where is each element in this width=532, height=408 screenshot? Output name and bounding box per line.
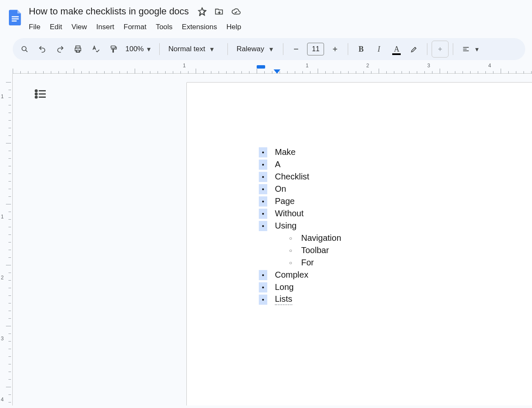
align-dropdown-icon[interactable]: [457, 41, 474, 58]
bullet-selected-icon: [259, 172, 267, 182]
bold-button[interactable]: B: [352, 41, 369, 58]
zoom-dropdown[interactable]: 100% ▾: [123, 45, 155, 54]
list-item[interactable]: Make: [259, 146, 532, 158]
vruler-label: 1: [1, 94, 4, 99]
ruler-label: 3: [427, 63, 430, 69]
list-item-text: Checklist: [275, 172, 309, 182]
chevron-down-icon[interactable]: ▾: [475, 45, 479, 53]
bullet-selected-icon: [259, 270, 267, 280]
list-item-text: Page: [275, 196, 295, 206]
menu-edit[interactable]: Edit: [45, 20, 66, 34]
list-item-text: On: [275, 184, 286, 194]
list-item[interactable]: Without: [259, 207, 532, 220]
menu-tools[interactable]: Tools: [152, 20, 177, 34]
paragraph-style-value: Normal text: [168, 45, 205, 53]
add-comment-icon[interactable]: [432, 41, 449, 58]
hollow-bullet-icon: ○: [288, 260, 294, 266]
highlight-color-icon[interactable]: [406, 41, 423, 58]
print-icon[interactable]: [69, 41, 86, 58]
list-subitem[interactable]: ○Navigation: [288, 232, 532, 244]
italic-button[interactable]: I: [370, 41, 387, 58]
doc-title[interactable]: How to make checklists in google docs: [27, 5, 191, 18]
docs-logo[interactable]: [7, 6, 24, 28]
horizontal-ruler[interactable]: 11234: [13, 63, 532, 74]
svg-rect-1: [12, 18, 19, 19]
svg-rect-2: [12, 20, 17, 22]
list-item[interactable]: On: [259, 183, 532, 195]
text-color-button[interactable]: A: [388, 41, 405, 58]
spellcheck-icon[interactable]: [87, 41, 104, 58]
ruler-label: 4: [488, 63, 491, 69]
bullet-selected-icon: [259, 160, 267, 170]
svg-rect-6: [77, 50, 80, 52]
menu-view[interactable]: View: [67, 20, 91, 34]
toolbar: 100% ▾ Normal text ▾ Raleway ▾ B I A ▾: [13, 38, 525, 60]
vertical-ruler[interactable]: 11234: [0, 74, 13, 405]
bullet-selected-icon: [259, 147, 267, 157]
list-item[interactable]: Checklist: [259, 171, 532, 183]
font-dropdown[interactable]: Raleway ▾: [232, 45, 279, 54]
vruler-label: 3: [1, 336, 4, 342]
workspace: 11234 MakeAChecklistOnPageWithoutUsing○N…: [0, 74, 532, 405]
list-item-text: Using: [275, 221, 296, 231]
menu-help[interactable]: Help: [222, 20, 245, 34]
bullet-selected-icon: [259, 282, 267, 292]
app-header: How to make checklists in google docs Fi…: [0, 0, 532, 34]
vruler-label: 4: [1, 397, 4, 402]
hollow-bullet-icon: ○: [288, 248, 294, 254]
menubar: File Edit View Insert Format Tools Exten…: [25, 20, 529, 34]
outline-toggle-icon[interactable]: [33, 86, 48, 102]
first-line-indent-marker[interactable]: [257, 65, 265, 69]
list-item[interactable]: A: [259, 158, 532, 171]
paragraph-style-dropdown[interactable]: Normal text ▾: [164, 45, 223, 54]
svg-line-4: [26, 50, 28, 52]
menu-insert[interactable]: Insert: [92, 20, 119, 34]
list-item-text: Make: [275, 147, 296, 157]
menu-extensions[interactable]: Extensions: [177, 20, 221, 34]
search-icon[interactable]: [16, 41, 33, 58]
list-subitem-text: Toolbar: [301, 245, 329, 255]
svg-point-18: [35, 96, 37, 98]
cloud-status-icon[interactable]: [230, 6, 241, 17]
ruler-label: 1: [183, 63, 186, 69]
decrease-font-size-icon[interactable]: [288, 41, 305, 58]
list-item-text: Without: [275, 209, 304, 218]
list-item[interactable]: Lists: [259, 293, 532, 306]
list-subitem-text: Navigation: [301, 233, 341, 243]
zoom-value: 100%: [125, 45, 144, 53]
list-item-text: Complex: [275, 270, 308, 280]
hollow-bullet-icon: ○: [288, 235, 294, 241]
paint-format-icon[interactable]: [105, 41, 122, 58]
ruler-label: 1: [306, 63, 309, 69]
undo-icon[interactable]: [34, 41, 51, 58]
document-body[interactable]: MakeAChecklistOnPageWithoutUsing○Navigat…: [187, 83, 532, 306]
list-subitem-text: For: [301, 258, 314, 267]
list-item[interactable]: Long: [259, 281, 532, 293]
svg-point-16: [35, 90, 37, 91]
list-item-text: Lists: [275, 294, 292, 305]
svg-point-3: [22, 47, 26, 51]
increase-font-size-icon[interactable]: [327, 41, 344, 58]
menu-file[interactable]: File: [25, 20, 44, 34]
bullet-selected-icon: [259, 184, 267, 194]
font-size-input[interactable]: [307, 43, 324, 55]
list-item-text: A: [275, 160, 280, 169]
star-icon[interactable]: [197, 6, 208, 17]
list-item[interactable]: Using: [259, 220, 532, 232]
vruler-label: 1: [1, 214, 4, 220]
redo-icon[interactable]: [52, 41, 69, 58]
move-icon[interactable]: [213, 6, 224, 17]
bullet-selected-icon: [259, 295, 267, 305]
menu-format[interactable]: Format: [119, 20, 151, 34]
left-indent-marker[interactable]: [274, 69, 280, 74]
list-item[interactable]: Complex: [259, 269, 532, 281]
bullet-selected-icon: [259, 221, 267, 231]
list-subitem[interactable]: ○For: [288, 256, 532, 269]
svg-point-17: [35, 93, 37, 95]
list-item[interactable]: Page: [259, 195, 532, 207]
font-value: Raleway: [236, 45, 264, 53]
ruler-label: 2: [366, 63, 369, 69]
list-subitem[interactable]: ○Toolbar: [288, 244, 532, 256]
list-item-text: Long: [275, 282, 294, 292]
document-page[interactable]: MakeAChecklistOnPageWithoutUsing○Navigat…: [186, 82, 532, 405]
